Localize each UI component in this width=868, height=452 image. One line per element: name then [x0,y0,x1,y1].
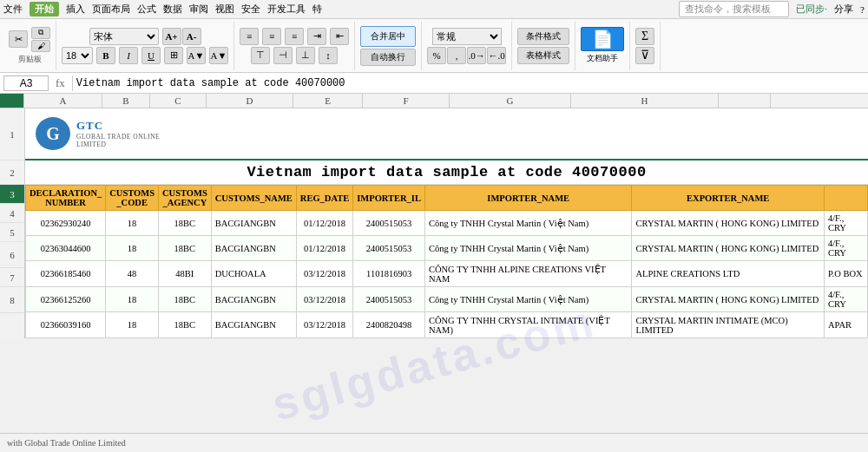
data-table: DECLARATION_NUMBER CUSTOMS_CODE CUSTOMS_… [25,185,868,338]
font-name-select[interactable]: 宋体 [89,28,159,45]
table-row[interactable]: 02366039160 18 18BC BACGIANGBN 03/12/201… [26,312,868,338]
menu-start[interactable]: 开始 [30,2,59,16]
wrap-text-button[interactable]: 自动换行 [360,49,416,66]
align-left-button[interactable]: ≡ [240,28,259,45]
number-format-select[interactable]: 常规 [432,28,502,45]
cell-exporter-name: CRYSTAL MARTIN INTIMATE (MCO) LIMITED [632,312,824,338]
increase-indent-button[interactable]: ⇥ [307,28,326,45]
cell-customs-code: 48 [106,261,159,287]
svg-text:G: G [46,124,60,143]
row-header-7: 7 [0,268,24,287]
menu-developer[interactable]: 开发工具 [267,3,306,16]
doc-assistant-button[interactable]: 📄 [581,27,624,51]
cut-button[interactable]: ✂ [9,30,28,48]
table-style-button[interactable]: 表格样式 [517,47,569,64]
decrease-decimal-button[interactable]: ←.0 [487,47,506,64]
cell-exporter-name: CRYSTAL MARTIN ( HONG KONG) LIMITED [632,211,824,236]
conditional-format-button[interactable]: 条件格式 [517,28,569,45]
font-color-button[interactable]: A▼ [209,47,228,64]
comma-button[interactable]: , [447,47,466,64]
share-button[interactable]: 分享 [834,3,853,16]
row-header-2: 2 [0,160,24,185]
table-row[interactable]: 02366125260 18 18BC BACGIANGBN 03/12/201… [26,287,868,312]
col-header-c[interactable]: C [150,94,207,108]
sum-button[interactable]: Σ [635,28,654,45]
underline-button[interactable]: U [141,47,161,64]
col-header-d[interactable]: D [207,94,293,108]
th-importer-name: IMPORTER_NAME [424,186,632,211]
cell-reg-date: 03/12/2018 [296,261,352,287]
cell-customs-name: DUCHOALA [211,261,296,287]
menu-review[interactable]: 审阅 [189,3,208,16]
table-row[interactable]: 02366185460 48 48BI DUCHOALA 03/12/2018 … [26,261,868,287]
cell-importer-name: Công ty TNHH Crystal Martin ( Việt Nam) [424,236,632,261]
cell-declaration-number: 02366039160 [26,312,106,338]
align-right-button[interactable]: ≡ [285,28,304,45]
font-size-select[interactable]: 18 [62,47,93,64]
increase-font-button[interactable]: A+ [162,28,181,45]
menu-file[interactable]: 文件 [3,3,23,16]
cell-importer-il: 2400515053 [353,211,425,236]
cell-customs-agency: 18BC [158,211,211,236]
fx-icon: fx [52,76,69,90]
font-section: 宋体 A+ A- 18 B I U ⊞ A▼ A▼ [56,21,234,70]
formula-bar: fx [0,73,868,94]
filter-button[interactable]: ⊽ [635,47,654,64]
italic-button[interactable]: I [119,47,138,64]
cell-declaration-number: 02366125260 [26,287,106,312]
cell-reg-date: 03/12/2018 [296,287,352,312]
bold-button[interactable]: B [96,47,115,64]
decrease-indent-button[interactable]: ⇤ [330,28,349,45]
bottom-text: with Global Trade Online Limited [7,438,126,448]
menu-data[interactable]: 数据 [163,3,182,16]
col-header-f[interactable]: F [363,94,450,108]
sheet-content: G GTC GLOBAL TRADE ONLINE LIMITED Vi [25,108,868,338]
col-header-b[interactable]: B [102,94,150,108]
table-header-row: DECLARATION_NUMBER CUSTOMS_CODE CUSTOMS_… [26,186,868,211]
format-painter-button[interactable]: 🖌 [31,40,50,52]
merge-section: 合并居中 自动换行 [355,21,422,70]
help-button[interactable]: ? [860,4,865,15]
row-header-5: 5 [0,223,24,242]
col-header-h[interactable]: H [571,94,719,108]
table-row[interactable]: 02363044600 18 18BC BACGIANGBN 01/12/201… [26,236,868,261]
menu-special[interactable]: 特 [312,3,322,16]
menu-insert[interactable]: 插入 [66,3,85,16]
cell-reference-input[interactable] [3,75,49,91]
align-top-button[interactable]: ⊤ [251,47,270,64]
cell-customs-agency: 18BC [158,287,211,312]
menu-security[interactable]: 安全 [241,3,260,16]
decrease-font-button[interactable]: A- [182,28,201,45]
percent-button[interactable]: % [427,47,446,64]
menu-formula[interactable]: 公式 [137,3,156,16]
col-header-a[interactable]: A [24,94,102,108]
fill-color-button[interactable]: A▼ [187,47,206,64]
text-direction-button[interactable]: ↕ [319,47,338,64]
increase-decimal-button[interactable]: .0→ [467,47,486,64]
th-importer-il: IMPORTER_IL [353,186,425,211]
logo-row: G GTC GLOBAL TRADE ONLINE LIMITED [25,108,868,160]
th-customs-name: CUSTOMS_NAME [211,186,296,211]
menu-view[interactable]: 视图 [215,3,234,16]
search-box[interactable]: 查找命令，搜索模板 [679,1,789,17]
align-middle-button[interactable]: ⊣ [273,47,293,64]
menu-page-layout[interactable]: 页面布局 [92,3,130,16]
th-declaration-number: DECLARATION_NUMBER [26,186,106,211]
cell-extra: 4/F., CRY [824,211,867,236]
bottom-bar: with Global Trade Online Limited [0,433,868,452]
cell-extra: APAR [824,312,867,338]
col-header-e[interactable]: E [293,94,363,108]
copy-button[interactable]: ⧉ [31,27,50,39]
table-row[interactable]: 02362930240 18 18BC BACGIANGBN 01/12/201… [26,211,868,236]
align-bottom-button[interactable]: ⊥ [296,47,315,64]
align-center-button[interactable]: ≡ [262,28,281,45]
title-row: Vietnam import data sample at code 40070… [25,160,868,185]
th-exporter-name: EXPORTER_NAME [632,186,824,211]
border-button[interactable]: ⊞ [164,47,183,64]
col-header-i[interactable] [719,94,771,108]
formula-input[interactable] [76,77,865,89]
merge-center-button[interactable]: 合并居中 [360,26,416,47]
th-customs-agency: CUSTOMS_AGENCY [158,186,211,211]
cell-declaration-number: 02366185460 [26,261,106,287]
col-header-g[interactable]: G [450,94,571,108]
